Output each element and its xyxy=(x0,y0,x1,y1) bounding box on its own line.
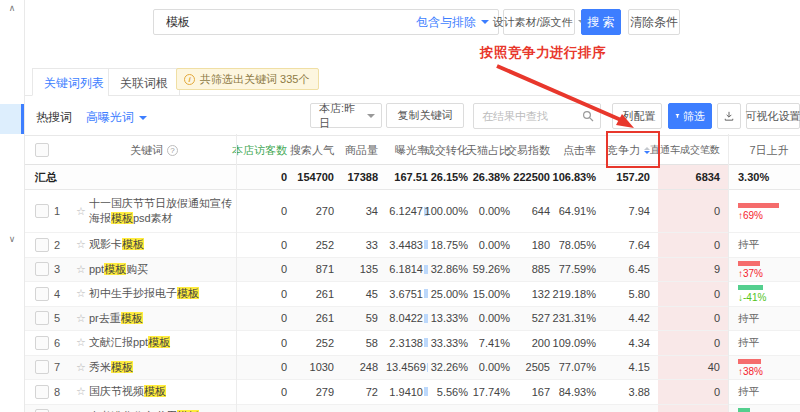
sidebar-active-item[interactable] xyxy=(0,104,21,134)
category-dropdown[interactable]: 设计素材/源文件 xyxy=(503,9,575,35)
download-button[interactable] xyxy=(717,103,741,129)
cell-keyword[interactable]: ☆观影卡模板 xyxy=(76,233,236,257)
cell-conv: 5.56% xyxy=(436,380,476,404)
cell-ztc: 0 xyxy=(658,307,728,331)
keywords-table: 关键词?本店访客数搜索人气商品量曝光率成交转化天猫占比交易指数点击率竞争力直通车… xyxy=(24,136,800,412)
row-checkbox[interactable] xyxy=(35,238,49,252)
column-header-trade[interactable]: 交易指数 xyxy=(518,136,558,164)
cell-keyword[interactable]: ☆ppt模板购买 xyxy=(76,258,236,282)
favorite-star-icon[interactable]: ☆ xyxy=(76,238,86,251)
keyword-text: pr去重模板 xyxy=(89,311,143,326)
cell-trade: 180 xyxy=(518,233,558,257)
cell-trade: 885 xyxy=(518,258,558,282)
cell-tmall: 15.00% xyxy=(476,282,518,306)
cell-compete: 5.80 xyxy=(604,282,658,306)
cell-exposure: 8.0422 xyxy=(386,307,436,331)
column-config-button[interactable]: 列配置 xyxy=(612,103,662,129)
chevron-down-icon[interactable]: ∨ xyxy=(0,234,24,244)
include-exclude-dropdown[interactable]: 包含与排除 xyxy=(416,14,498,31)
filter-button[interactable]: 筛选 xyxy=(668,103,712,129)
favorite-star-icon[interactable]: ☆ xyxy=(76,263,86,276)
word-type-dropdown[interactable]: 高曝光词 xyxy=(86,109,147,126)
cell-exposure: 13.4569 xyxy=(386,356,436,380)
chevron-down-icon xyxy=(367,114,375,122)
cell-items: 248 xyxy=(342,356,386,380)
favorite-star-icon[interactable]: ☆ xyxy=(76,312,86,325)
clear-conditions-button[interactable]: 清除条件 xyxy=(628,9,680,35)
filter-label: 筛选 xyxy=(683,109,705,124)
cell-compete: 3.82 xyxy=(604,405,658,412)
column-header-items[interactable]: 商品量 xyxy=(342,136,386,164)
tab-keyword-list[interactable]: 关键词列表 xyxy=(32,68,116,96)
active-indicator-bar xyxy=(21,104,24,134)
column-header-click[interactable]: 点击率 xyxy=(558,136,604,164)
chevron-down-icon xyxy=(481,20,489,28)
search-button[interactable]: 搜 索 xyxy=(581,9,621,35)
cell-items: 72 xyxy=(342,380,386,404)
cell-keyword[interactable]: ☆文献汇报ppt模板 xyxy=(76,331,236,355)
cell-trend: ↓-13% xyxy=(728,405,800,412)
row-number: 8 xyxy=(54,380,76,404)
favorite-star-icon[interactable]: ☆ xyxy=(76,205,86,218)
cell-tmall: 0.00% xyxy=(476,233,518,257)
favorite-star-icon[interactable]: ☆ xyxy=(76,336,86,349)
cell-search: 261 xyxy=(295,282,342,306)
cell-ztc: 0 xyxy=(658,282,728,306)
cell-visitors: 0 xyxy=(236,258,295,282)
cell-compete: 7.94 xyxy=(604,190,658,232)
find-in-results-input[interactable] xyxy=(474,109,582,123)
cell-visitors: 0 xyxy=(236,190,295,232)
row-checkbox[interactable] xyxy=(35,311,49,325)
cell-keyword[interactable]: ☆中考满分作文书用模板 xyxy=(76,405,236,412)
chevron-up-icon[interactable]: ∧ xyxy=(0,3,24,13)
find-in-results-box[interactable] xyxy=(473,103,601,129)
copy-keywords-button[interactable]: 复制关键词 xyxy=(386,103,464,128)
cell-trade: 896 xyxy=(518,405,558,412)
row-number: 9 xyxy=(54,405,76,412)
row-checkbox[interactable] xyxy=(35,360,49,374)
row-checkbox-cell xyxy=(24,331,54,355)
cell-keyword[interactable]: ☆国庆节视频模板 xyxy=(76,380,236,404)
row-checkbox[interactable] xyxy=(35,204,49,218)
download-icon xyxy=(724,110,734,122)
cell-tmall: 17.74% xyxy=(476,380,518,404)
tabs-bar: 关键词列表 关联词根 i 共筛选出关键词 335个 xyxy=(24,62,800,96)
chevron-down-icon xyxy=(139,116,147,124)
cell-tmall: 100.00% xyxy=(476,405,518,412)
cell-keyword[interactable]: ☆十一国庆节节日放假通知宣传海报模板psd素材 xyxy=(76,190,236,232)
scope-select[interactable]: 本店:昨日 xyxy=(310,103,382,128)
cell-keyword[interactable]: ☆初中生手抄报电子模板 xyxy=(76,282,236,306)
cell-exposure: 4.8825 xyxy=(386,405,436,412)
favorite-star-icon[interactable]: ☆ xyxy=(76,361,86,374)
row-checkbox[interactable] xyxy=(35,336,49,350)
row-checkbox[interactable] xyxy=(35,287,49,301)
tab-related-roots[interactable]: 关联词根 xyxy=(108,68,180,96)
favorite-star-icon[interactable]: ☆ xyxy=(76,287,86,300)
trend-bar xyxy=(738,408,750,412)
cell-trend: 持平 xyxy=(728,331,800,355)
cell-ztc: 0 xyxy=(658,405,728,412)
cell-trend: ↑69% xyxy=(728,190,800,232)
cell-conv: 18.75% xyxy=(436,233,476,257)
row-checkbox[interactable] xyxy=(35,385,49,399)
column-header-keyword[interactable]: 关键词? xyxy=(76,136,236,164)
cell-items: 59 xyxy=(342,307,386,331)
cell-trade: 2505 xyxy=(518,356,558,380)
column-header-visitors[interactable]: 本店访客数 xyxy=(236,136,295,164)
cell-visitors: 0 xyxy=(236,356,295,380)
row-checkbox[interactable] xyxy=(35,143,49,157)
table-row: 8☆国庆节视频模板0279721.94105.56%17.74%16784.93… xyxy=(24,380,800,405)
cell-keyword[interactable]: ☆秀米模板 xyxy=(76,356,236,380)
keyword-search-box[interactable]: 包含与排除 xyxy=(153,9,499,35)
favorite-star-icon[interactable]: ☆ xyxy=(76,385,86,398)
cell-compete: 4.34 xyxy=(604,331,658,355)
keyword-search-input[interactable] xyxy=(154,15,416,29)
summary-cell-visitors: 0 xyxy=(236,165,295,189)
column-header-ztc[interactable]: 直通车成交笔数 xyxy=(658,136,728,164)
cell-keyword[interactable]: ☆pr去重模板 xyxy=(76,307,236,331)
row-checkbox[interactable] xyxy=(35,262,49,276)
visualization-settings-button[interactable]: 可视化设置 xyxy=(746,103,800,129)
cell-compete: 4.15 xyxy=(604,356,658,380)
column-header-trend[interactable]: 7日上升 xyxy=(728,136,800,164)
column-header-search[interactable]: 搜索人气 xyxy=(295,136,342,164)
